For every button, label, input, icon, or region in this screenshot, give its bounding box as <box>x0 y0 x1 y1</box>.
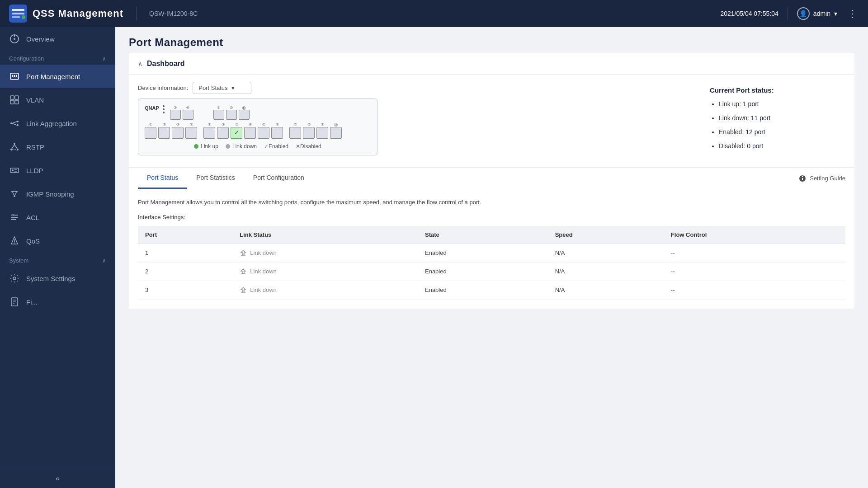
system-section-label: System <box>9 257 28 264</box>
col-flow-control: Flow Control <box>664 226 845 244</box>
header-divider-2 <box>788 7 788 20</box>
sidebar-item-vlan[interactable]: VLAN <box>0 88 115 112</box>
device-model: QSW-IM1200-8C <box>149 10 198 17</box>
port-14: ⑪ <box>330 127 342 139</box>
link-aggregation-icon <box>9 118 20 129</box>
sidebar-item-igmp-snooping[interactable]: IGMP Snooping <box>0 182 115 206</box>
svg-point-40 <box>12 214 14 216</box>
tabs-bar: Port Status Port Statistics Port Configu… <box>129 167 854 189</box>
status-link-down: Link down: 11 port <box>719 113 845 123</box>
sidebar-item-qos[interactable]: QoS <box>0 229 115 253</box>
table-header-row: Port Link Status State Speed Flow Contro… <box>138 226 845 244</box>
igmp-icon <box>9 188 20 199</box>
table-header: Port Link Status State Speed Flow Contro… <box>138 226 845 244</box>
svg-point-31 <box>11 191 13 192</box>
port-status-list: Link up: 1 port Link down: 11 port Enabl… <box>710 99 845 151</box>
legend-green-dot <box>194 144 198 149</box>
setting-guide-icon <box>799 175 806 182</box>
col-speed: Speed <box>548 226 664 244</box>
sidebar-collapse-button[interactable]: « <box>0 469 115 488</box>
port-status-right: Current Port status: Link up: 1 port Lin… <box>710 82 845 160</box>
legend-link-down-label: Link down <box>232 143 257 150</box>
more-button[interactable]: ⋮ <box>846 6 859 21</box>
status-disabled: Disabled: 0 port <box>719 141 845 151</box>
cell-link-status-2: Link down <box>232 262 418 281</box>
qos-icon <box>9 235 20 246</box>
svg-line-19 <box>12 122 17 123</box>
config-chevron-icon: ∧ <box>102 56 106 62</box>
system-chevron-icon: ∧ <box>102 258 106 264</box>
svg-point-17 <box>17 121 19 122</box>
col-link-status: Link Status <box>232 226 418 244</box>
vlan-icon <box>9 94 20 105</box>
svg-line-35 <box>13 192 14 195</box>
sidebar-item-acl[interactable]: ACL <box>0 206 115 229</box>
setting-guide-button[interactable]: Setting Guide <box>799 175 845 182</box>
status-link-up-value: 1 port <box>743 100 759 108</box>
legend-disabled-label: ✕Disabled <box>296 143 321 150</box>
svg-rect-2 <box>12 13 24 14</box>
tab-port-configuration[interactable]: Port Configuration <box>244 168 313 189</box>
cell-flow-control-2: -- <box>664 262 845 281</box>
device-info-text: Device information: <box>138 84 188 91</box>
content-area: Port Management ∧ Dashboard Device infor… <box>115 27 868 488</box>
tab-port-status[interactable]: Port Status <box>138 168 187 189</box>
sidebar-item-rstp[interactable]: RSTP <box>0 135 115 159</box>
cell-flow-control-1: -- <box>664 244 845 262</box>
table-row[interactable]: 1 Link down Enabled N/A -- <box>138 244 845 262</box>
svg-line-24 <box>12 145 14 149</box>
dashboard-header[interactable]: ∧ Dashboard <box>129 53 854 75</box>
legend-link-down: Link down <box>226 143 257 150</box>
tab-port-statistics-label: Port Statistics <box>196 174 235 181</box>
legend-enabled: ✓Enabled <box>264 143 288 150</box>
cell-state-2: Enabled <box>418 262 548 281</box>
tab-port-statistics[interactable]: Port Statistics <box>187 168 244 189</box>
device-select-dropdown[interactable]: Port Status ▾ <box>193 82 251 94</box>
svg-rect-14 <box>10 100 14 104</box>
sidebar-item-port-management[interactable]: Port Management <box>0 65 115 88</box>
status-link-up-label: Link up: <box>719 100 743 108</box>
svg-rect-10 <box>14 75 15 77</box>
sidebar-igmp-label: IGMP Snooping <box>26 190 74 198</box>
cell-state-3: Enabled <box>418 281 548 299</box>
cell-port-1: 1 <box>138 244 232 262</box>
sidebar-item-lldp[interactable]: LLDP <box>0 159 115 182</box>
table-row[interactable]: 3 Link down Enabled N/A -- <box>138 281 845 299</box>
col-port: Port <box>138 226 232 244</box>
port-table: Port Link Status State Speed Flow Contro… <box>138 226 845 300</box>
dashboard-title: Dashboard <box>147 60 185 68</box>
svg-rect-1 <box>12 9 24 11</box>
status-disabled-label: Disabled: <box>719 142 747 150</box>
sidebar-item-system-settings[interactable]: System Settings <box>0 267 115 290</box>
tab-port-status-label: Port Status <box>147 174 178 181</box>
table-row[interactable]: 2 Link down Enabled N/A -- <box>138 262 845 281</box>
device-info-left: Device information: Port Status ▾ QNAP <box>138 82 696 160</box>
svg-line-25 <box>14 145 17 149</box>
cell-link-status-3: Link down <box>232 281 418 299</box>
acl-icon <box>9 212 20 223</box>
cell-port-3: 3 <box>138 281 232 299</box>
top-header: QSS Management QSW-IM1200-8C 2021/05/04 … <box>0 0 868 27</box>
status-disabled-value: 0 port <box>747 142 763 150</box>
datetime-display: 2021/05/04 07:55:04 <box>720 10 778 17</box>
dashboard-body: Device information: Port Status ▾ QNAP <box>129 75 854 167</box>
svg-point-33 <box>14 195 15 197</box>
user-area[interactable]: 👤 admin ▾ <box>797 7 837 20</box>
dropdown-arrow-icon: ▾ <box>231 84 235 91</box>
sfp-port-top-3: ⑧ <box>213 110 224 120</box>
sidebar-item-firmware[interactable]: Fi... <box>0 290 115 314</box>
svg-rect-9 <box>12 75 13 77</box>
svg-rect-12 <box>10 96 14 99</box>
status-link-up: Link up: 1 port <box>719 99 845 109</box>
description-text: Port Management allows you to control al… <box>138 198 845 207</box>
sidebar-item-overview[interactable]: Overview <box>0 27 115 51</box>
switch-diagram: QNAP ② <box>138 99 377 155</box>
sidebar-link-aggregation-label: Link Aggregation <box>26 120 77 127</box>
svg-point-23 <box>17 149 19 150</box>
svg-rect-15 <box>15 100 19 104</box>
cell-link-status-1: Link down <box>232 244 418 262</box>
sidebar-item-link-aggregation[interactable]: Link Aggregation <box>0 112 115 135</box>
port-2: ② <box>158 127 170 139</box>
svg-line-36 <box>15 192 16 195</box>
logo-icon <box>9 5 27 23</box>
